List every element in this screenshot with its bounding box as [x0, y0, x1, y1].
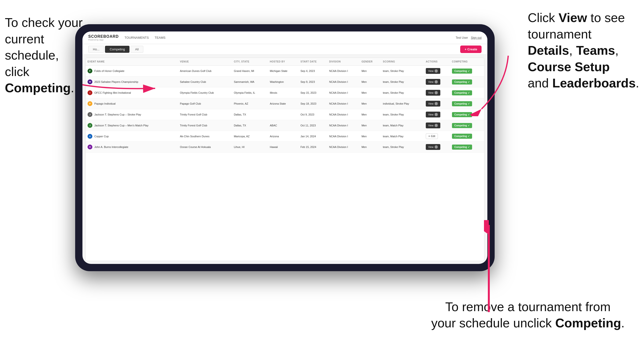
view-button[interactable]: View i	[426, 112, 440, 117]
city-state-cell: Phoenix, AZ	[232, 98, 268, 109]
nav-link-tournaments[interactable]: TOURNAMENTS	[125, 35, 149, 40]
gender-cell: Men	[360, 131, 381, 142]
city-state-cell: Grand Haven, MI	[232, 66, 268, 76]
actions-cell[interactable]: View i	[424, 76, 450, 87]
city-state-cell: Dallas, TX	[232, 120, 268, 131]
gender-cell: Men	[360, 76, 381, 87]
scoring-cell: team, Stroke Play	[381, 109, 424, 120]
start-date-cell: Sep 4, 2023	[298, 66, 327, 76]
actions-cell[interactable]: View i	[424, 98, 450, 109]
venue-cell: Trinity Forest Golf Club	[178, 120, 232, 131]
view-button[interactable]: View i	[426, 144, 440, 150]
info-icon: i	[434, 80, 438, 84]
sub-nav: Ho... Competing All + Create	[82, 44, 487, 55]
scoring-cell: team, Stroke Play	[381, 76, 424, 87]
venue-cell: Papago Golf Club	[178, 98, 232, 109]
create-button[interactable]: + Create	[460, 45, 482, 53]
arrow-right-top	[462, 53, 511, 116]
tablet-screen: SCOREBOARD Powered by clippi TOURNAMENTS…	[82, 31, 487, 264]
nav-right: Test User Sign out	[456, 36, 482, 39]
tab-group: Ho... Competing All	[88, 46, 143, 53]
start-date-cell: Sep 9, 2023	[298, 76, 327, 87]
nav-links: TOURNAMENTS TEAMS	[125, 35, 166, 40]
col-hosted-by: HOSTED BY	[268, 58, 299, 66]
col-scoring: SCORING	[381, 58, 424, 66]
tab-all[interactable]: All	[130, 46, 143, 53]
actions-cell[interactable]: View i	[424, 109, 450, 120]
hosted-by-cell: Illinois	[268, 87, 299, 98]
competing-button[interactable]: Competing ✓	[452, 145, 472, 150]
city-state-cell: Maricopa, AZ	[232, 131, 268, 142]
col-actions: ACTIONS	[424, 58, 450, 66]
hosted-by-cell: Washington	[268, 76, 299, 87]
table-row: P Papago Individual Papago Golf ClubPhoe…	[86, 98, 484, 109]
actions-cell[interactable]: View i	[424, 142, 450, 153]
hosted-by-cell: Hawaii	[268, 142, 299, 153]
team-logo: P	[88, 101, 92, 106]
team-logo: J	[88, 123, 92, 128]
competing-cell[interactable]: Competing ✓	[450, 142, 484, 153]
gender-cell: Men	[360, 66, 381, 76]
view-button[interactable]: View i	[426, 90, 440, 96]
annotation-topleft-text: To check yourcurrent schedule,click Comp…	[5, 15, 83, 95]
top-nav: SCOREBOARD Powered by clippi TOURNAMENTS…	[82, 31, 487, 44]
hosted-by-cell	[268, 109, 299, 120]
actions-cell[interactable]: ✏ Edit	[424, 131, 450, 142]
gender-cell: Men	[360, 120, 381, 131]
info-icon: i	[434, 113, 438, 116]
col-event-name: EVENT NAME	[86, 58, 178, 66]
view-button[interactable]: View i	[426, 101, 440, 107]
sign-out-link[interactable]: Sign out	[471, 36, 482, 39]
team-logo: H	[88, 145, 92, 149]
view-button[interactable]: View i	[426, 68, 440, 74]
event-name-cell: J Jackson T. Stephens Cup – Stroke Play	[86, 109, 178, 120]
competing-cell[interactable]: Competing ✓	[450, 120, 484, 131]
event-name: Jackson T. Stephens Cup – Stroke Play	[94, 113, 141, 116]
gender-cell: Men	[360, 109, 381, 120]
col-division: DIVISION	[327, 58, 360, 66]
competing-button[interactable]: Competing ✓	[452, 123, 472, 128]
venue-cell: Olympia Fields Country Club	[178, 87, 232, 98]
city-state-cell: Lihue, HI	[232, 142, 268, 153]
venue-cell: Ak-Chin Southern Dunes	[178, 131, 232, 142]
actions-cell[interactable]: View i	[424, 120, 450, 131]
start-date-cell: Oct 11, 2023	[298, 120, 327, 131]
logo-title: SCOREBOARD	[88, 35, 119, 38]
competing-button[interactable]: Competing ✓	[452, 134, 472, 139]
scoring-cell: team, Stroke Play	[381, 87, 424, 98]
table-header-row: EVENT NAME VENUE CITY, STATE HOSTED BY S…	[86, 58, 484, 66]
start-date-cell: Oct 9, 2023	[298, 109, 327, 120]
gender-cell: Men	[360, 142, 381, 153]
event-name-cell: J Jackson T. Stephens Cup – Men's Match …	[86, 120, 178, 131]
nav-link-teams[interactable]: TEAMS	[155, 35, 166, 40]
info-icon: i	[434, 145, 438, 149]
view-button[interactable]: View i	[426, 79, 440, 85]
info-icon: i	[434, 69, 438, 73]
col-gender: GENDER	[360, 58, 381, 66]
actions-cell[interactable]: View i	[424, 87, 450, 98]
actions-cell[interactable]: View i	[424, 66, 450, 76]
view-button[interactable]: View i	[426, 123, 440, 128]
division-cell: NCAA Division I	[327, 98, 360, 109]
city-state-cell: Olympia Fields, IL	[232, 87, 268, 98]
event-name-cell: H John A. Burns Intercollegiate	[86, 142, 178, 153]
user-name: Test User	[456, 36, 468, 39]
annotation-bottomright-text: To remove a tournament fromyour schedule…	[431, 300, 624, 330]
hosted-by-cell: Michigan State	[268, 66, 299, 76]
table-row: J Jackson T. Stephens Cup – Men's Match …	[86, 120, 484, 131]
competing-cell[interactable]: Competing ✓	[450, 131, 484, 142]
division-cell: NCAA Division I	[327, 76, 360, 87]
team-logo: J	[88, 112, 92, 117]
city-state-cell: Sammamish, WA	[232, 76, 268, 87]
info-icon: i	[434, 124, 438, 127]
event-name: Jackson T. Stephens Cup – Men's Match Pl…	[94, 124, 148, 127]
start-date-cell: Feb 15, 2024	[298, 142, 327, 153]
tab-home[interactable]: Ho...	[88, 46, 104, 53]
venue-cell: American Dunes Golf Club	[178, 66, 232, 76]
division-cell: NCAA Division I	[327, 142, 360, 153]
division-cell: NCAA Division I	[327, 120, 360, 131]
tab-competing[interactable]: Competing	[105, 46, 130, 53]
edit-button[interactable]: ✏ Edit	[426, 133, 438, 139]
event-name: Copper Cup	[94, 135, 109, 138]
venue-cell: Ocean Course At Hokuala	[178, 142, 232, 153]
